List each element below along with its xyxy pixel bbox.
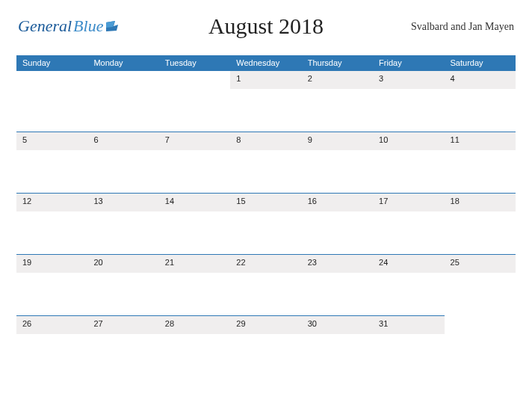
- day-body-cell: [373, 211, 444, 255]
- date-cell: 11: [445, 132, 516, 150]
- date-cell: 23: [302, 255, 373, 273]
- day-body-cell: [230, 150, 301, 194]
- day-body-cell: [159, 211, 230, 255]
- day-body-cell: [230, 273, 301, 316]
- day-body-cell: [87, 273, 158, 316]
- header: General Blue August 2018 Svalbard and Ja…: [0, 0, 532, 55]
- week-row: 19202122232425: [16, 255, 516, 273]
- day-body-cell: [373, 273, 444, 316]
- day-body-cell: [302, 334, 373, 379]
- day-header: Friday: [373, 55, 444, 71]
- day-body-cell: [16, 89, 87, 132]
- day-body-cell: [302, 273, 373, 316]
- week-row: 262728293031: [16, 316, 516, 334]
- date-cell: 8: [230, 132, 301, 150]
- date-cell: 15: [230, 194, 301, 211]
- day-body-cell: [302, 150, 373, 194]
- calendar-grid: SundayMondayTuesdayWednesdayThursdayFrid…: [16, 55, 516, 379]
- date-cell: 17: [373, 194, 444, 211]
- date-cell: 20: [87, 255, 158, 273]
- week-body-row: [16, 89, 516, 132]
- week-body-row: [16, 334, 516, 379]
- week-row: 1234: [16, 71, 516, 89]
- day-body-cell: [302, 89, 373, 132]
- day-body-cell: [159, 89, 230, 132]
- date-cell: 16: [302, 194, 373, 211]
- date-cell: 22: [230, 255, 301, 273]
- week-body-row: [16, 150, 516, 194]
- day-body-cell: [445, 334, 516, 379]
- day-header: Saturday: [445, 55, 516, 71]
- week-row: 12131415161718: [16, 194, 516, 211]
- day-body-cell: [373, 150, 444, 194]
- day-header-row: SundayMondayTuesdayWednesdayThursdayFrid…: [16, 55, 516, 71]
- date-cell: 31: [373, 316, 444, 334]
- date-cell: 7: [159, 132, 230, 150]
- date-cell: 18: [445, 194, 516, 211]
- date-cell: 19: [16, 255, 87, 273]
- empty-cell: [445, 316, 516, 334]
- day-header: Tuesday: [159, 55, 230, 71]
- date-cell: 4: [445, 71, 516, 89]
- day-body-cell: [373, 89, 444, 132]
- date-cell: 1: [230, 71, 301, 89]
- week-body-row: [16, 211, 516, 255]
- day-body-cell: [445, 89, 516, 132]
- day-body-cell: [16, 150, 87, 194]
- date-cell: 3: [373, 71, 444, 89]
- day-body-cell: [16, 211, 87, 255]
- date-cell: 5: [16, 132, 87, 150]
- date-cell: 14: [159, 194, 230, 211]
- day-body-cell: [159, 150, 230, 194]
- day-body-cell: [445, 150, 516, 194]
- region-label: Svalbard and Jan Mayen: [411, 21, 514, 33]
- date-cell: 25: [445, 255, 516, 273]
- date-cell: 6: [87, 132, 158, 150]
- day-body-cell: [373, 334, 444, 379]
- date-cell: 30: [302, 316, 373, 334]
- day-body-cell: [87, 211, 158, 255]
- day-body-cell: [302, 211, 373, 255]
- date-cell: 12: [16, 194, 87, 211]
- date-cell: 13: [87, 194, 158, 211]
- day-body-cell: [445, 273, 516, 316]
- empty-cell: [159, 71, 230, 89]
- day-header: Monday: [87, 55, 158, 71]
- date-cell: 2: [302, 71, 373, 89]
- date-cell: 29: [230, 316, 301, 334]
- day-body-cell: [159, 334, 230, 379]
- day-body-cell: [16, 334, 87, 379]
- day-body-cell: [159, 273, 230, 316]
- date-cell: 24: [373, 255, 444, 273]
- date-cell: 21: [159, 255, 230, 273]
- day-body-cell: [16, 273, 87, 316]
- day-body-cell: [445, 211, 516, 255]
- day-body-cell: [87, 334, 158, 379]
- empty-cell: [16, 71, 87, 89]
- date-cell: 27: [87, 316, 158, 334]
- day-body-cell: [87, 150, 158, 194]
- day-body-cell: [87, 89, 158, 132]
- week-body-row: [16, 273, 516, 316]
- date-cell: 28: [159, 316, 230, 334]
- day-header: Sunday: [16, 55, 87, 71]
- date-cell: 10: [373, 132, 444, 150]
- day-body-cell: [230, 334, 301, 379]
- week-row: 567891011: [16, 132, 516, 150]
- day-body-cell: [230, 89, 301, 132]
- day-header: Wednesday: [230, 55, 301, 71]
- date-cell: 9: [302, 132, 373, 150]
- day-header: Thursday: [302, 55, 373, 71]
- date-cell: 26: [16, 316, 87, 334]
- empty-cell: [87, 71, 158, 89]
- day-body-cell: [230, 211, 301, 255]
